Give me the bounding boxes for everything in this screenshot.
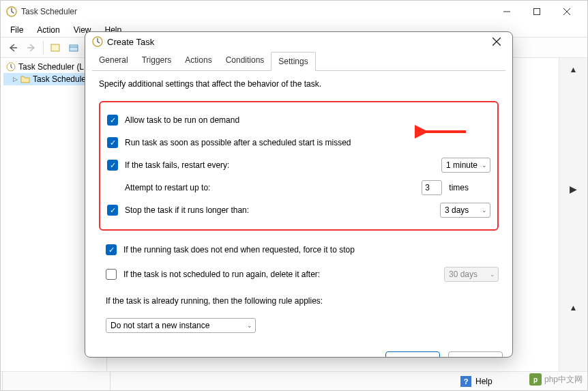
watermark: p php中文网	[529, 373, 583, 386]
separator	[2, 372, 5, 390]
label-stop-longer: Stop the task if it runs longer than:	[125, 205, 433, 215]
checkbox-run-asap[interactable]: ✓	[107, 137, 118, 148]
combo-rule[interactable]: Do not start a new instance⌄	[106, 318, 256, 333]
combo-stop-longer[interactable]: 3 days⌄	[440, 203, 490, 218]
statusbar: ? Help	[1, 371, 587, 390]
row-force-stop: ✓ If the running task does not end when …	[99, 240, 499, 260]
ok-button[interactable]: OK	[385, 351, 440, 358]
separator	[110, 372, 113, 390]
checkbox-force-stop[interactable]: ✓	[106, 244, 117, 255]
window-title: Task Scheduler	[21, 7, 492, 16]
dialog-close-button[interactable]	[485, 32, 508, 51]
folder-icon	[20, 74, 30, 84]
status-help-label: Help	[475, 377, 493, 386]
cancel-button[interactable]: Cancel	[448, 351, 503, 358]
checkbox-restart-every[interactable]: ✓	[107, 160, 118, 171]
minimize-button[interactable]	[492, 1, 522, 22]
label-run-asap: Run task as soon as possible after a sch…	[125, 138, 490, 147]
actions-panel: ▲ ▶ ▲	[559, 58, 587, 371]
forward-button[interactable]	[23, 40, 40, 56]
dialog-titlebar: Create Task	[85, 32, 512, 51]
clock-icon	[6, 62, 16, 72]
dialog-title: Create Task	[107, 37, 485, 47]
chevron-down-icon: ⌄	[490, 271, 495, 278]
label-delete-after: If the task is not scheduled to run agai…	[123, 270, 437, 279]
chevron-down-icon: ⌄	[482, 207, 487, 214]
toolbar-btn-2[interactable]	[65, 40, 82, 56]
collapse-up-icon-2[interactable]: ▲	[559, 299, 587, 317]
svg-rect-7	[51, 44, 59, 51]
menu-action[interactable]: Action	[31, 24, 65, 36]
settings-description: Specify additional settings that affect …	[99, 79, 499, 89]
row-delete-after: If the task is not scheduled to run agai…	[99, 264, 499, 285]
status-help[interactable]: ? Help	[455, 376, 498, 387]
tab-settings[interactable]: Settings	[271, 52, 315, 71]
input-attempt-count[interactable]: 3	[422, 180, 442, 195]
svg-rect-2	[534, 9, 540, 15]
row-attempt: Attempt to restart up to: 3 times	[125, 177, 490, 198]
chevron-down-icon: ⌄	[482, 162, 487, 169]
chevron-down-icon: ⌄	[247, 322, 252, 329]
label-restart-every: If the task fails, restart every:	[125, 160, 435, 170]
combo-restart-every[interactable]: 1 minute⌄	[441, 158, 490, 173]
row-run-asap: ✓ Run task as soon as possible after a s…	[107, 132, 490, 153]
label-force-stop: If the running task does not end when re…	[123, 245, 499, 255]
titlebar-controls	[492, 1, 582, 22]
titlebar: Task Scheduler	[1, 1, 587, 23]
toolbar-btn-1[interactable]	[47, 40, 63, 56]
label-attempt-suffix: times	[449, 183, 469, 192]
highlighted-settings: ✓ Allow task to be run on demand ✓ Run t…	[99, 101, 499, 231]
row-allow-on-demand: ✓ Allow task to be run on demand	[107, 110, 490, 130]
svg-rect-8	[70, 45, 78, 51]
maximize-button[interactable]	[522, 1, 552, 22]
help-icon: ?	[460, 376, 471, 387]
separator	[43, 41, 44, 55]
watermark-logo: p	[529, 373, 542, 386]
checkbox-delete-after[interactable]	[106, 269, 117, 280]
menu-file[interactable]: File	[5, 24, 29, 36]
tab-actions[interactable]: Actions	[178, 51, 218, 70]
dialog-tabs: General Triggers Actions Conditions Sett…	[85, 51, 512, 70]
tab-content: Specify additional settings that affect …	[92, 70, 505, 345]
label-attempt: Attempt to restart up to:	[125, 183, 415, 192]
label-allow-on-demand: Allow task to be run on demand	[125, 115, 490, 125]
label-rule: If the task is already running, then the…	[106, 296, 323, 306]
row-rule-combo: Do not start a new instance⌄	[99, 315, 499, 336]
close-button[interactable]	[552, 1, 582, 22]
combo-delete-after: 30 days⌄	[444, 267, 499, 282]
row-stop-longer: ✓ Stop the task if it runs longer than: …	[107, 200, 490, 220]
expand-right-icon[interactable]: ▶	[559, 179, 587, 199]
tree-child-label: Task Schedule	[33, 74, 86, 84]
dialog-buttons: OK Cancel	[85, 345, 512, 358]
row-rule-label: If the task is already running, then the…	[99, 291, 499, 311]
collapse-up-icon[interactable]: ▲	[559, 61, 587, 78]
app-icon	[6, 6, 17, 17]
back-button[interactable]	[5, 40, 21, 56]
checkbox-allow-on-demand[interactable]: ✓	[107, 115, 118, 126]
watermark-text: php中文网	[544, 374, 583, 386]
checkbox-stop-longer[interactable]: ✓	[107, 205, 118, 216]
tab-conditions[interactable]: Conditions	[219, 51, 271, 70]
row-restart-every: ✓ If the task fails, restart every: 1 mi…	[107, 155, 490, 175]
create-task-dialog: Create Task General Triggers Actions Con…	[85, 31, 513, 358]
tree-root-label: Task Scheduler (L	[18, 62, 84, 72]
expand-icon[interactable]: ▷	[13, 76, 18, 83]
tab-triggers[interactable]: Triggers	[135, 51, 179, 70]
tab-general[interactable]: General	[92, 51, 135, 70]
dialog-icon	[92, 36, 103, 47]
